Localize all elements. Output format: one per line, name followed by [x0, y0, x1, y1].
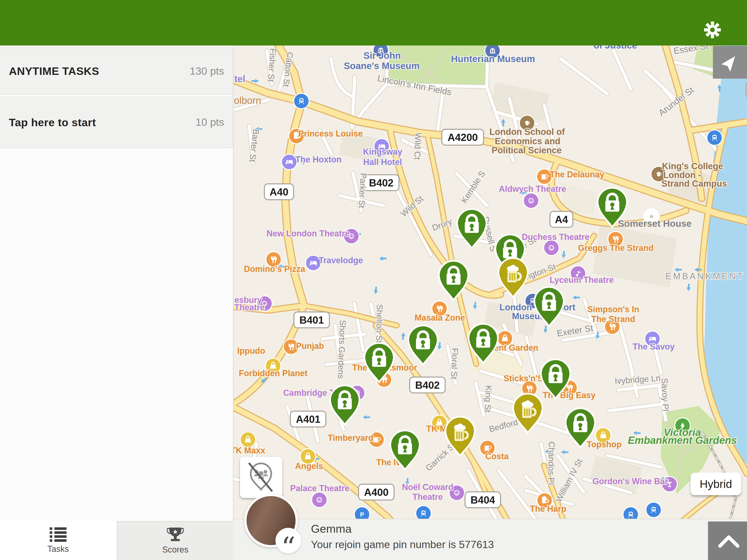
- bed-poi-icon: [282, 154, 297, 170]
- route-badge: B402: [363, 175, 399, 191]
- hide-players-button[interactable]: [240, 457, 282, 498]
- map-label: The Harp: [530, 504, 566, 513]
- map-label: Floral St: [449, 348, 460, 379]
- map-label: EMBANKMENT: [666, 271, 744, 281]
- train-poi-icon: [294, 93, 309, 109]
- tab-scores-label: Scores: [162, 545, 188, 555]
- task-row-tap-to-start[interactable]: Tap here to start 10 pts: [0, 96, 233, 148]
- task-row-anytime-tasks[interactable]: ANYTIME TASKS 130 pts: [0, 47, 233, 95]
- map-label: Hall Hotel: [363, 157, 402, 167]
- map-label: Political Science: [492, 145, 562, 155]
- route-badge: A40: [264, 184, 294, 200]
- map-label: Aldwych Theatre: [499, 184, 566, 194]
- svg-text:B401: B401: [299, 314, 324, 326]
- map-label: Gordon's Wine Bar: [592, 477, 668, 486]
- task-list-icon: [50, 527, 67, 542]
- task-label: ANYTIME TASKS: [9, 64, 99, 77]
- map-label: London School of: [490, 127, 565, 137]
- tab-tasks[interactable]: Tasks: [0, 521, 116, 560]
- map-type-hybrid-button[interactable]: Hybrid: [691, 473, 741, 495]
- map-label: Strand Campus: [662, 179, 727, 189]
- map-label: Wild Ct: [412, 133, 423, 160]
- app-header: [0, 0, 747, 46]
- locate-me-button[interactable]: [713, 46, 747, 79]
- map-label: Economics and: [495, 136, 561, 146]
- task-points: 130 pts: [189, 65, 224, 77]
- map-label: Palace Theatre: [290, 483, 350, 493]
- bag-poi-icon: [240, 432, 256, 447]
- map-label: Angels: [295, 461, 323, 471]
- route-badge: A4200: [442, 129, 484, 145]
- map-label: King St: [483, 385, 493, 412]
- map-label: Sir John: [363, 50, 401, 61]
- train-poi-icon: [646, 502, 661, 517]
- map-label: Punjab: [296, 341, 324, 351]
- svg-text:A40: A40: [269, 186, 288, 197]
- quote-icon: “: [276, 528, 301, 554]
- trophy-icon: [167, 527, 184, 542]
- map-label: The Strand: [591, 314, 635, 324]
- map-label: Forbidden Planet: [239, 368, 307, 378]
- map-label: Theatre: [234, 303, 265, 312]
- map-label: tel: [234, 74, 246, 84]
- mask-poi-icon: [312, 492, 327, 507]
- train-poi-icon: [707, 130, 722, 145]
- no-people-pin-icon: [240, 457, 282, 498]
- task-label: Tap here to start: [9, 116, 96, 129]
- route-badge: A4: [550, 211, 573, 227]
- task-list-panel: ANYTIME TASKS 130 pts Tap here to start …: [0, 46, 233, 560]
- tab-tasks-label: Tasks: [47, 544, 69, 554]
- map-label: Duchess Theatre: [522, 232, 589, 242]
- navigation-arrow-icon: [713, 46, 747, 79]
- map-label: olborn: [234, 95, 261, 106]
- map-label: Theatre: [412, 492, 443, 502]
- svg-text:B402: B402: [415, 379, 440, 391]
- map-label: New London Theatre: [266, 229, 350, 238]
- map-label: Soane's Museum: [344, 61, 419, 71]
- map-label: King's College: [662, 161, 723, 171]
- mask-poi-icon: [523, 193, 539, 208]
- map-label: Greggs The Strand: [578, 243, 654, 253]
- task-points: 10 pts: [196, 116, 224, 128]
- map-label: London -: [663, 170, 701, 180]
- route-badge: B402: [410, 377, 445, 393]
- map-label: Parker St: [357, 173, 368, 208]
- map-label: Somerset House: [618, 218, 692, 229]
- map-label: Sticks'n'S: [504, 374, 543, 383]
- route-badge: A401: [290, 411, 326, 427]
- map-label: Travelodge: [319, 256, 363, 265]
- svg-text:A4200: A4200: [447, 132, 478, 143]
- svg-text:A400: A400: [364, 486, 388, 498]
- map-label: Domino's Pizza: [244, 264, 306, 274]
- map-label: Kingsway: [363, 147, 402, 157]
- map-label: Lyceum Theatre: [550, 275, 614, 285]
- map-label: Timberyard: [328, 433, 373, 443]
- map-label: Ippudo: [237, 346, 265, 355]
- bottom-tab-bar: Tasks Scores: [0, 521, 233, 560]
- gear-icon: [702, 20, 723, 40]
- map-label: The Hoxton: [295, 155, 341, 164]
- map-label: Savoy Pl: [660, 378, 671, 411]
- map-label: Hunterian Museum: [451, 54, 535, 64]
- map-label: Simpson's In: [587, 304, 639, 314]
- map-label: Noël Coward: [402, 482, 453, 492]
- tab-scores[interactable]: Scores: [117, 521, 233, 560]
- settings-gear-icon[interactable]: [702, 20, 723, 40]
- map-label: Princess Louise: [298, 129, 363, 138]
- svg-text:P: P: [360, 511, 364, 518]
- map-view[interactable]: A40B402A4200A4B401B402A401A400B404A P Fi…: [233, 46, 747, 560]
- map-label: Masala Zone: [415, 313, 465, 322]
- route-badge: B404: [465, 492, 500, 508]
- svg-text:A4: A4: [555, 214, 568, 225]
- status-user-name: Gemma: [311, 522, 352, 535]
- svg-text:A401: A401: [296, 414, 320, 425]
- expand-panel-button[interactable]: [708, 522, 747, 560]
- route-badge: A: [746, 82, 747, 98]
- map-label: Shelton St: [375, 304, 385, 343]
- route-badge: B401: [294, 312, 329, 328]
- svg-text:B402: B402: [369, 177, 393, 189]
- route-badge: A400: [359, 484, 394, 500]
- map-label: Costa: [485, 452, 509, 461]
- map-label: of Justice: [594, 46, 637, 50]
- map-label: TK Maxx: [233, 446, 265, 455]
